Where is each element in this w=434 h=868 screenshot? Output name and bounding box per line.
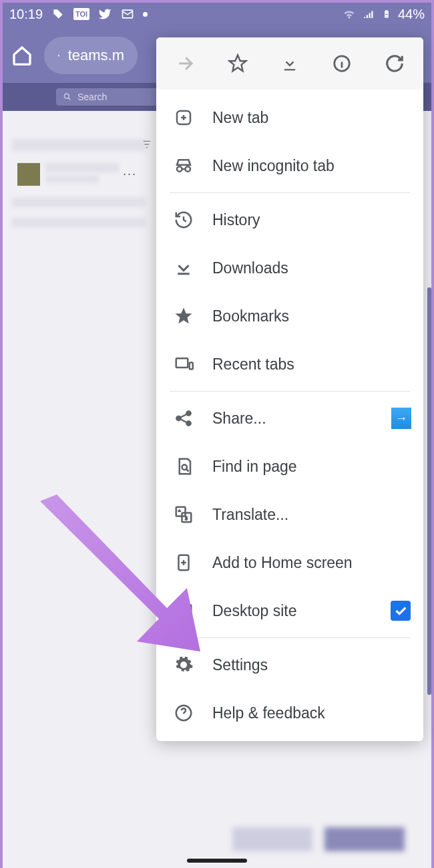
menu-item-label: Downloads [212,259,411,277]
menu-item-help[interactable]: Help & feedback [156,689,423,737]
menu-item-settings[interactable]: Settings [156,641,423,689]
filter-icon[interactable] [142,139,152,152]
menu-item-label: New tab [212,109,411,127]
menu-item-label: Help & feedback [212,704,411,722]
menu-divider [170,637,410,638]
menu-item-label: Translate... [212,506,411,524]
incognito-icon [172,154,195,177]
menu-item-label: Settings [212,656,411,674]
gear-icon [172,654,195,676]
menu-item-label: History [212,211,411,229]
menu-item-desktop-site[interactable]: Desktop site [156,587,423,635]
refresh-button[interactable] [376,45,413,82]
download-button[interactable] [271,45,308,82]
desktop-icon [172,599,195,622]
menu-item-downloads[interactable]: Downloads [156,244,423,292]
svg-rect-14 [176,605,192,615]
svg-rect-5 [176,358,188,368]
menu-item-translate[interactable]: Translate... [156,490,423,539]
menu-divider [170,391,410,392]
translate-icon [172,503,195,526]
svg-point-2 [64,94,69,98]
menu-item-share[interactable]: Share... → [156,394,423,442]
desktop-site-checkbox[interactable] [390,600,411,621]
bookmark-star-button[interactable] [219,45,256,82]
menu-item-label: Recent tabs [212,355,411,374]
menu-item-recent-tabs[interactable]: Recent tabs [156,340,423,388]
add-home-icon [172,551,195,574]
downloads-icon [172,257,195,279]
menu-item-history[interactable]: History [156,196,423,244]
more-options-button[interactable]: ··· [123,167,137,181]
navigation-handle[interactable] [187,859,247,863]
share-icon [172,407,195,430]
menu-item-label: Find in page [212,458,411,476]
bookmarks-icon [172,305,195,327]
teams-search-placeholder: Search [77,92,107,102]
menu-item-new-tab[interactable]: New tab [156,94,423,142]
help-icon [172,702,195,724]
scrollbar[interactable] [427,287,431,695]
svg-rect-6 [190,363,193,370]
menu-item-label: New incognito tab [212,157,411,175]
search-icon [63,92,72,102]
menu-item-label: Share... [212,410,374,428]
menu-item-incognito[interactable]: New incognito tab [156,142,423,190]
browser-overflow-menu: New tab New incognito tab History Downlo… [156,37,423,741]
find-icon [172,455,195,478]
blurred-avatar [17,163,40,186]
checkbox-checked-icon [391,601,411,621]
menu-divider [170,192,410,193]
info-button[interactable] [323,45,361,82]
menu-item-label: Add to Home screen [212,554,411,572]
new-tab-icon [172,106,195,129]
menu-item-label: Bookmarks [212,307,411,325]
menu-item-add-to-home[interactable]: Add to Home screen [156,539,423,587]
share-target-icon: → [391,408,411,429]
forward-button[interactable] [166,45,204,82]
recent-tabs-icon [172,353,195,376]
history-icon [172,208,195,231]
menu-item-label: Desktop site [212,602,373,620]
menu-action-row [156,37,423,90]
menu-item-bookmarks[interactable]: Bookmarks [156,292,423,340]
menu-item-find-in-page[interactable]: Find in page [156,442,423,490]
